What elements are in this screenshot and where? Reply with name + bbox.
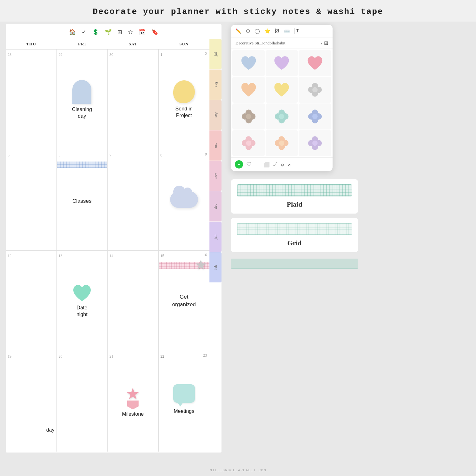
page-header: Decorate your planner with sticky notes … — [0, 0, 476, 22]
lasso-icon[interactable]: ⬡ — [246, 28, 250, 34]
cleaning-day-label: Cleaningday — [72, 106, 92, 120]
main-title: Decorate your planner with sticky notes … — [0, 7, 476, 17]
month-tabs: jul aug sep oct nov dec jan feb — [209, 39, 221, 452]
date-7: 7 — [109, 153, 111, 157]
shape-icon[interactable]: ◯ — [255, 28, 260, 34]
tab-nov[interactable]: nov — [209, 161, 221, 191]
image-icon[interactable]: 🖼 — [275, 28, 280, 34]
calendar-row-4: 19 day 20 21 ★ — [6, 351, 209, 452]
sticker-arch — [72, 80, 91, 104]
star-active-icon[interactable]: ⭐ — [264, 28, 270, 34]
star-icon[interactable]: ☆ — [128, 29, 133, 36]
washi-tape-plain-strip — [231, 259, 358, 269]
date-2: 2 — [205, 51, 207, 56]
sticker-cell-flower-lavender[interactable] — [299, 130, 331, 156]
tab-jan[interactable]: jan — [209, 222, 221, 252]
calendar-main: THU FRI SAT SUN 28 29 Clea — [6, 39, 209, 452]
sticker-cell-heart-purple[interactable] — [266, 50, 298, 76]
circle-btn[interactable]: ⌀ — [281, 162, 284, 168]
tab-jul[interactable]: jul — [209, 39, 221, 69]
sticker-panel: ✏️ ⬡ ◯ ⭐ 🖼 ⌨️ T Decorative Sti...iondoll… — [231, 25, 333, 171]
home-icon[interactable]: 🏠 — [69, 29, 76, 36]
sticker-cell-heart-pink[interactable] — [299, 50, 331, 76]
cell-14: 14 — [108, 251, 159, 351]
calendar-icon[interactable]: 📅 — [139, 29, 146, 36]
plant-icon[interactable]: 🌱 — [105, 29, 112, 36]
cell-22: 22 23 Meetings — [159, 351, 210, 452]
pen-btn[interactable]: 🖊 — [273, 162, 278, 167]
date-20: 20 — [59, 354, 63, 359]
sticker-cell-flower-peach[interactable] — [266, 130, 298, 156]
sticker-star-gray: ★ — [195, 257, 207, 273]
calendar-row-2: 5 6 Classes 7 8 9 — [6, 150, 209, 251]
tab-oct[interactable]: oct — [209, 130, 221, 161]
sticker-cell-flower-gray[interactable] — [299, 77, 331, 103]
tab-feb[interactable]: feb — [209, 252, 221, 282]
washi-sample-plain — [231, 259, 358, 269]
washi-tape-blue — [57, 162, 108, 168]
sticker-cell-heart-blue[interactable] — [232, 50, 265, 76]
cell-29: 29 Cleaningday — [57, 50, 108, 150]
green-dot-btn[interactable]: ● — [235, 160, 243, 169]
date-19: 19 — [8, 354, 11, 359]
cell-19-content: day — [8, 359, 55, 436]
pencil-icon[interactable]: ✏️ — [235, 28, 241, 34]
washi-tape-grid-strip — [237, 223, 352, 235]
cell-1-content: Send inProject — [161, 57, 208, 139]
date-9: 9 — [205, 152, 207, 157]
sticker-grid — [231, 49, 333, 157]
cell-20: 20 — [57, 351, 108, 452]
check-icon[interactable]: ✓ — [82, 29, 86, 36]
square-btn[interactable]: ⬜ — [263, 162, 270, 168]
svg-point-24 — [246, 141, 251, 146]
milestone-ribbon — [127, 400, 139, 409]
washi-samples: Plaid Grid — [231, 179, 466, 269]
cell-12: 12 — [6, 251, 57, 351]
right-section: ✏️ ⬡ ◯ ⭐ 🖼 ⌨️ T Decorative Sti...iondoll… — [221, 22, 476, 463]
date-13: 13 — [59, 254, 63, 258]
day-label: day — [46, 427, 55, 433]
tab-aug[interactable]: aug — [209, 69, 221, 100]
dollar-icon[interactable]: 💲 — [92, 29, 99, 36]
washi-sample-grid: Grid — [231, 218, 358, 252]
day-headers: THU FRI SAT SUN — [6, 39, 209, 50]
bookmark-icon[interactable]: 🔖 — [151, 29, 158, 36]
cell-29-content: Cleaningday — [59, 57, 106, 139]
sticker-cell-flower-teal[interactable] — [266, 103, 298, 129]
sticker-cell-heart-orange[interactable] — [232, 77, 265, 103]
calendar-with-tabs: THU FRI SAT SUN 28 29 Clea — [6, 39, 221, 452]
calendar-row-3: 12 13 Datenight 14 — [6, 251, 209, 351]
svg-point-9 — [246, 114, 251, 119]
text-icon[interactable]: T — [294, 28, 300, 34]
plaid-label: Plaid — [237, 200, 352, 208]
sticker-cell-flower-blue[interactable] — [299, 103, 331, 129]
link-btn[interactable]: ⌀ — [288, 162, 291, 168]
keyboard-icon[interactable]: ⌨️ — [284, 28, 290, 34]
tab-dec[interactable]: dec — [209, 191, 221, 221]
chevron-right-icon[interactable]: › — [321, 41, 322, 46]
svg-point-29 — [279, 141, 285, 146]
sticker-cell-flower-pink2[interactable] — [232, 130, 265, 156]
date-14: 14 — [109, 254, 113, 258]
sticker-milestone: ★ — [126, 386, 140, 409]
header-fri: FRI — [57, 42, 108, 47]
grid-view-icon[interactable]: ⊞ — [324, 40, 328, 46]
sticker-cell-heart-yellow[interactable] — [266, 77, 298, 103]
cell-6-content: Classes — [59, 158, 106, 235]
svg-point-19 — [312, 114, 318, 119]
date-16: 16 — [203, 253, 207, 257]
classes-label: Classes — [72, 198, 91, 204]
cell-15: 15 16 ★ Getorganized — [159, 251, 210, 351]
svg-point-34 — [312, 141, 318, 146]
date-23: 23 — [203, 353, 207, 358]
dumbbell-icon[interactable]: ⊞ — [117, 29, 122, 36]
cell-28: 28 — [6, 50, 57, 150]
heart-btn[interactable]: ♡ — [246, 161, 251, 168]
date-1: 1 — [161, 52, 162, 57]
milestone-star: ★ — [126, 386, 140, 402]
sticker-cell-flower-brown[interactable] — [232, 103, 265, 129]
minus-btn[interactable]: — — [255, 161, 260, 168]
tab-sep[interactable]: sep — [209, 100, 221, 130]
header-sat: SAT — [108, 42, 159, 47]
panel-bottom-bar: ● ♡ — ⬜ 🖊 ⌀ ⌀ — [231, 157, 333, 171]
